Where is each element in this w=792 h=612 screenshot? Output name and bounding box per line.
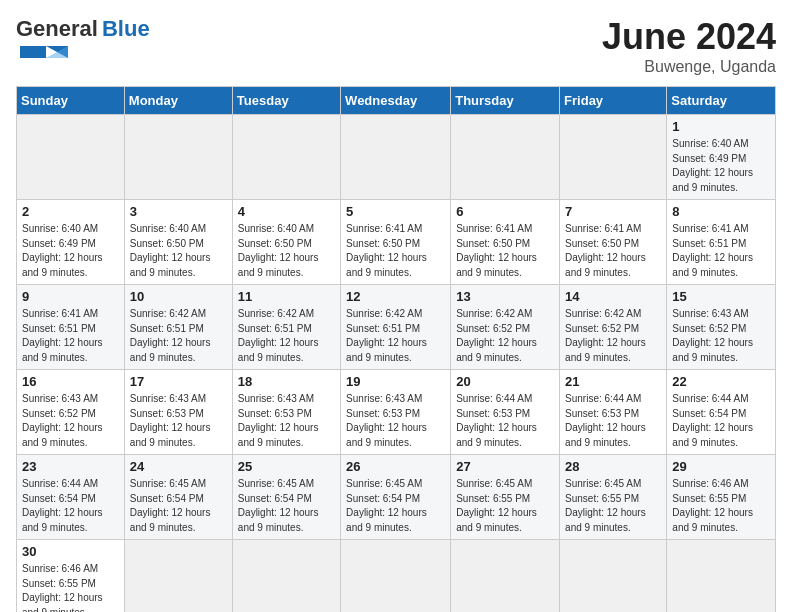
day-number: 5 — [346, 204, 445, 219]
calendar-cell: 4Sunrise: 6:40 AM Sunset: 6:50 PM Daylig… — [232, 200, 340, 285]
calendar-cell: 19Sunrise: 6:43 AM Sunset: 6:53 PM Dayli… — [341, 370, 451, 455]
calendar-cell: 7Sunrise: 6:41 AM Sunset: 6:50 PM Daylig… — [560, 200, 667, 285]
day-number: 9 — [22, 289, 119, 304]
calendar-cell: 12Sunrise: 6:42 AM Sunset: 6:51 PM Dayli… — [341, 285, 451, 370]
weekday-header-wednesday: Wednesday — [341, 87, 451, 115]
day-number: 26 — [346, 459, 445, 474]
day-number: 1 — [672, 119, 770, 134]
day-info: Sunrise: 6:46 AM Sunset: 6:55 PM Dayligh… — [22, 562, 119, 612]
weekday-header-sunday: Sunday — [17, 87, 125, 115]
calendar-cell: 23Sunrise: 6:44 AM Sunset: 6:54 PM Dayli… — [17, 455, 125, 540]
weekday-header-row: SundayMondayTuesdayWednesdayThursdayFrid… — [17, 87, 776, 115]
calendar-week-5: 23Sunrise: 6:44 AM Sunset: 6:54 PM Dayli… — [17, 455, 776, 540]
weekday-header-saturday: Saturday — [667, 87, 776, 115]
page-header: General Blue June 2024 Buwenge, Uganda — [16, 16, 776, 76]
day-info: Sunrise: 6:42 AM Sunset: 6:52 PM Dayligh… — [456, 307, 554, 365]
day-number: 2 — [22, 204, 119, 219]
calendar-cell: 29Sunrise: 6:46 AM Sunset: 6:55 PM Dayli… — [667, 455, 776, 540]
calendar-week-1: 1Sunrise: 6:40 AM Sunset: 6:49 PM Daylig… — [17, 115, 776, 200]
calendar-cell — [232, 115, 340, 200]
day-info: Sunrise: 6:45 AM Sunset: 6:54 PM Dayligh… — [130, 477, 227, 535]
day-info: Sunrise: 6:43 AM Sunset: 6:53 PM Dayligh… — [238, 392, 335, 450]
calendar-cell — [232, 540, 340, 613]
day-info: Sunrise: 6:41 AM Sunset: 6:50 PM Dayligh… — [565, 222, 661, 280]
calendar-cell: 14Sunrise: 6:42 AM Sunset: 6:52 PM Dayli… — [560, 285, 667, 370]
calendar-cell — [341, 540, 451, 613]
day-number: 21 — [565, 374, 661, 389]
calendar-cell: 26Sunrise: 6:45 AM Sunset: 6:54 PM Dayli… — [341, 455, 451, 540]
calendar-week-4: 16Sunrise: 6:43 AM Sunset: 6:52 PM Dayli… — [17, 370, 776, 455]
day-number: 22 — [672, 374, 770, 389]
day-info: Sunrise: 6:40 AM Sunset: 6:50 PM Dayligh… — [238, 222, 335, 280]
weekday-header-thursday: Thursday — [451, 87, 560, 115]
calendar-cell — [560, 540, 667, 613]
day-number: 19 — [346, 374, 445, 389]
day-number: 25 — [238, 459, 335, 474]
calendar-table: SundayMondayTuesdayWednesdayThursdayFrid… — [16, 86, 776, 612]
calendar-cell: 21Sunrise: 6:44 AM Sunset: 6:53 PM Dayli… — [560, 370, 667, 455]
day-info: Sunrise: 6:41 AM Sunset: 6:50 PM Dayligh… — [456, 222, 554, 280]
day-number: 28 — [565, 459, 661, 474]
calendar-cell — [124, 540, 232, 613]
day-info: Sunrise: 6:43 AM Sunset: 6:53 PM Dayligh… — [346, 392, 445, 450]
day-info: Sunrise: 6:45 AM Sunset: 6:54 PM Dayligh… — [238, 477, 335, 535]
day-number: 27 — [456, 459, 554, 474]
calendar-cell: 30Sunrise: 6:46 AM Sunset: 6:55 PM Dayli… — [17, 540, 125, 613]
calendar-cell: 22Sunrise: 6:44 AM Sunset: 6:54 PM Dayli… — [667, 370, 776, 455]
day-info: Sunrise: 6:42 AM Sunset: 6:51 PM Dayligh… — [238, 307, 335, 365]
day-number: 23 — [22, 459, 119, 474]
day-info: Sunrise: 6:44 AM Sunset: 6:54 PM Dayligh… — [672, 392, 770, 450]
calendar-cell: 18Sunrise: 6:43 AM Sunset: 6:53 PM Dayli… — [232, 370, 340, 455]
calendar-cell: 20Sunrise: 6:44 AM Sunset: 6:53 PM Dayli… — [451, 370, 560, 455]
calendar-cell: 3Sunrise: 6:40 AM Sunset: 6:50 PM Daylig… — [124, 200, 232, 285]
day-number: 29 — [672, 459, 770, 474]
calendar-cell — [560, 115, 667, 200]
weekday-header-friday: Friday — [560, 87, 667, 115]
calendar-cell: 9Sunrise: 6:41 AM Sunset: 6:51 PM Daylig… — [17, 285, 125, 370]
calendar-cell — [341, 115, 451, 200]
day-number: 13 — [456, 289, 554, 304]
calendar-week-6: 30Sunrise: 6:46 AM Sunset: 6:55 PM Dayli… — [17, 540, 776, 613]
calendar-cell: 11Sunrise: 6:42 AM Sunset: 6:51 PM Dayli… — [232, 285, 340, 370]
day-info: Sunrise: 6:44 AM Sunset: 6:54 PM Dayligh… — [22, 477, 119, 535]
day-info: Sunrise: 6:40 AM Sunset: 6:50 PM Dayligh… — [130, 222, 227, 280]
logo-icon — [20, 44, 68, 60]
day-number: 3 — [130, 204, 227, 219]
day-info: Sunrise: 6:43 AM Sunset: 6:52 PM Dayligh… — [672, 307, 770, 365]
day-number: 16 — [22, 374, 119, 389]
day-info: Sunrise: 6:41 AM Sunset: 6:50 PM Dayligh… — [346, 222, 445, 280]
calendar-cell: 6Sunrise: 6:41 AM Sunset: 6:50 PM Daylig… — [451, 200, 560, 285]
calendar-cell — [451, 540, 560, 613]
calendar-cell: 24Sunrise: 6:45 AM Sunset: 6:54 PM Dayli… — [124, 455, 232, 540]
calendar-cell: 27Sunrise: 6:45 AM Sunset: 6:55 PM Dayli… — [451, 455, 560, 540]
title-area: June 2024 Buwenge, Uganda — [602, 16, 776, 76]
logo-general: General — [16, 16, 98, 42]
calendar-cell — [667, 540, 776, 613]
calendar-week-2: 2Sunrise: 6:40 AM Sunset: 6:49 PM Daylig… — [17, 200, 776, 285]
day-info: Sunrise: 6:45 AM Sunset: 6:54 PM Dayligh… — [346, 477, 445, 535]
day-info: Sunrise: 6:44 AM Sunset: 6:53 PM Dayligh… — [456, 392, 554, 450]
day-info: Sunrise: 6:43 AM Sunset: 6:53 PM Dayligh… — [130, 392, 227, 450]
day-number: 4 — [238, 204, 335, 219]
month-title: June 2024 — [602, 16, 776, 58]
day-info: Sunrise: 6:42 AM Sunset: 6:51 PM Dayligh… — [130, 307, 227, 365]
calendar-cell: 16Sunrise: 6:43 AM Sunset: 6:52 PM Dayli… — [17, 370, 125, 455]
calendar-cell: 2Sunrise: 6:40 AM Sunset: 6:49 PM Daylig… — [17, 200, 125, 285]
day-number: 17 — [130, 374, 227, 389]
day-number: 15 — [672, 289, 770, 304]
weekday-header-tuesday: Tuesday — [232, 87, 340, 115]
svg-rect-0 — [20, 46, 46, 58]
day-number: 6 — [456, 204, 554, 219]
day-info: Sunrise: 6:46 AM Sunset: 6:55 PM Dayligh… — [672, 477, 770, 535]
calendar-cell: 1Sunrise: 6:40 AM Sunset: 6:49 PM Daylig… — [667, 115, 776, 200]
calendar-cell: 10Sunrise: 6:42 AM Sunset: 6:51 PM Dayli… — [124, 285, 232, 370]
calendar-cell: 25Sunrise: 6:45 AM Sunset: 6:54 PM Dayli… — [232, 455, 340, 540]
day-info: Sunrise: 6:43 AM Sunset: 6:52 PM Dayligh… — [22, 392, 119, 450]
day-number: 11 — [238, 289, 335, 304]
logo-blue: Blue — [102, 16, 150, 42]
calendar-week-3: 9Sunrise: 6:41 AM Sunset: 6:51 PM Daylig… — [17, 285, 776, 370]
day-number: 20 — [456, 374, 554, 389]
calendar-cell: 15Sunrise: 6:43 AM Sunset: 6:52 PM Dayli… — [667, 285, 776, 370]
day-info: Sunrise: 6:44 AM Sunset: 6:53 PM Dayligh… — [565, 392, 661, 450]
day-number: 7 — [565, 204, 661, 219]
